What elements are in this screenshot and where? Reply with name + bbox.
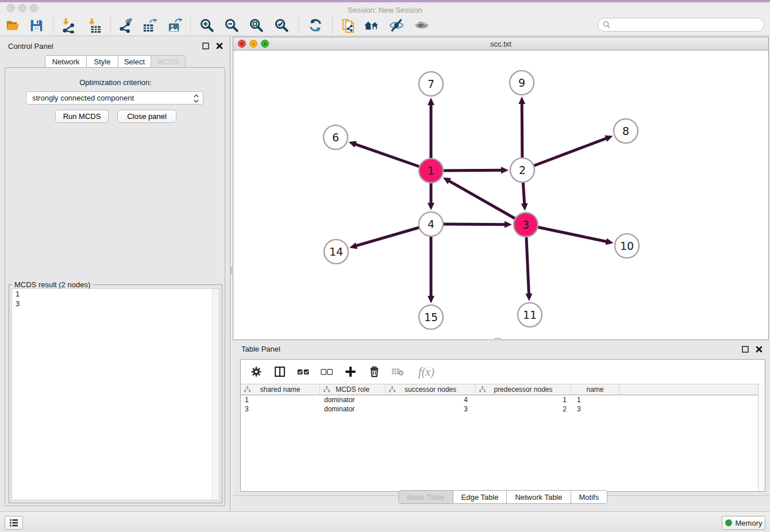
node-table-container: f(x) shared name MCDS role successor nod… xyxy=(240,359,765,492)
close-panel-icon[interactable] xyxy=(216,43,223,49)
column-tree-icon xyxy=(244,386,251,395)
hide-selected-button[interactable] xyxy=(388,17,405,33)
graph-edge-3-1[interactable] xyxy=(448,180,526,225)
graph-node-label: 3 xyxy=(522,218,529,231)
graph-node-label: 10 xyxy=(620,240,634,252)
import-table-button[interactable] xyxy=(86,17,102,33)
zoom-out-icon xyxy=(224,18,240,33)
hide-selected-icon xyxy=(388,18,405,33)
home-layout-button[interactable] xyxy=(364,17,380,33)
network-window-title: scc.txt xyxy=(233,40,768,48)
table-tabs: Node Table Edge Table Network Table Moti… xyxy=(398,490,607,504)
table-row[interactable]: 1 dominator 4 1 1 xyxy=(241,395,758,404)
columns-icon[interactable] xyxy=(272,364,287,379)
table-panel: Table Panel xyxy=(233,340,770,511)
tab-motifs[interactable]: Motifs xyxy=(571,490,608,504)
export-network-button[interactable] xyxy=(117,17,133,33)
column-header-shared-name[interactable]: shared name xyxy=(241,384,320,395)
network-canvas[interactable]: 7968124314101511 xyxy=(233,51,768,340)
memory-button[interactable]: Memory xyxy=(722,516,765,530)
window-title: Session: New Session xyxy=(0,6,770,14)
import-network-icon xyxy=(60,18,76,33)
search-field[interactable] xyxy=(598,18,764,32)
tab-network-table[interactable]: Network Table xyxy=(507,490,571,504)
save-session-button[interactable] xyxy=(28,17,44,33)
column-header-successor-nodes[interactable]: successor nodes xyxy=(386,384,476,395)
export-image-button[interactable] xyxy=(167,17,183,33)
export-network-icon xyxy=(118,18,133,33)
mcds-result-title: MCDS result (2 nodes) xyxy=(12,280,93,289)
function-builder-icon: f(x) xyxy=(414,364,439,379)
tab-node-table[interactable]: Node Table xyxy=(398,490,453,504)
search-input[interactable] xyxy=(614,21,764,29)
toolbar-separator xyxy=(190,17,191,34)
task-history-button[interactable] xyxy=(5,516,23,530)
mcds-result-group: MCDS result (2 nodes) 1 3 xyxy=(9,284,222,503)
graph-node-label: 4 xyxy=(428,218,434,230)
refresh-button[interactable] xyxy=(307,17,324,33)
graph-edge-arrowhead xyxy=(501,167,509,174)
column-header-mcds-role[interactable]: MCDS role xyxy=(320,384,386,395)
table-scrollbar[interactable] xyxy=(758,384,765,491)
show-all-icon xyxy=(414,18,430,33)
control-panel: Control Panel Network Style Select MCDS … xyxy=(0,36,230,511)
network-canvas-svg: 7968124314101511 xyxy=(233,51,768,340)
column-header-filler xyxy=(619,384,758,395)
graph-edge-2-8[interactable] xyxy=(522,138,607,170)
open-file-icon xyxy=(5,18,20,33)
zoom-in-button[interactable] xyxy=(199,17,215,33)
show-all-button[interactable] xyxy=(414,17,430,33)
select-chevrons-icon xyxy=(193,94,199,105)
export-table-button[interactable] xyxy=(142,17,158,33)
clone-network-button[interactable] xyxy=(339,17,355,33)
zoom-fit-button[interactable] xyxy=(248,17,264,33)
graph-edge-arrowhead xyxy=(525,294,532,301)
criterion-select[interactable]: strongly connected component xyxy=(26,91,203,105)
home-layout-icon xyxy=(364,18,380,33)
toolbar-separator xyxy=(332,17,333,34)
column-header-name[interactable]: name xyxy=(571,384,619,395)
add-column-icon[interactable] xyxy=(343,364,358,379)
gear-icon[interactable] xyxy=(249,364,264,379)
mcds-result-list[interactable]: 1 3 xyxy=(11,288,220,500)
vertical-splitter-handle[interactable] xyxy=(230,267,232,274)
zoom-fit-icon xyxy=(249,18,264,33)
deselect-all-icon[interactable] xyxy=(319,364,334,379)
close-table-panel-icon[interactable] xyxy=(756,346,763,353)
import-network-button[interactable] xyxy=(60,17,76,33)
zoom-selected-icon xyxy=(274,18,290,33)
graph-edge-arrowhead xyxy=(349,141,357,148)
result-scrollbar[interactable] xyxy=(212,289,219,500)
tab-edge-table[interactable]: Edge Table xyxy=(453,490,507,504)
tab-style[interactable]: Style xyxy=(86,55,118,67)
mcds-panel: Optimization criterion: strongly connect… xyxy=(5,67,225,506)
open-file-button[interactable] xyxy=(5,17,21,33)
toolbar-separator xyxy=(299,17,299,34)
network-view-window: ✕ − + scc.txt 7968124314101511 xyxy=(233,37,769,340)
table-row[interactable]: 3 dominator 3 2 3 xyxy=(241,404,758,414)
tab-mcds[interactable]: MCDS xyxy=(151,55,186,67)
main-toolbar xyxy=(0,14,770,36)
float-table-panel-icon[interactable] xyxy=(742,346,749,353)
graph-edge-arrowhead xyxy=(518,97,525,104)
select-all-icon[interactable] xyxy=(296,364,311,379)
graph-node-label: 15 xyxy=(424,311,438,323)
network-window-titlebar[interactable]: ✕ − + scc.txt xyxy=(233,37,768,51)
tab-select[interactable]: Select xyxy=(118,55,151,67)
float-panel-icon[interactable] xyxy=(202,43,209,49)
delete-column-icon[interactable] xyxy=(367,364,382,379)
status-bar: Memory xyxy=(0,511,770,532)
close-panel-button[interactable]: Close panel xyxy=(117,110,176,123)
clone-network-icon xyxy=(340,18,355,33)
column-header-predecessor-nodes[interactable]: predecessor nodes xyxy=(476,384,571,395)
graph-edge-arrowhead xyxy=(605,135,613,141)
zoom-out-button[interactable] xyxy=(224,17,240,33)
export-image-icon xyxy=(168,18,183,33)
zoom-selected-button[interactable] xyxy=(274,17,290,33)
control-panel-title: Control Panel xyxy=(8,42,53,51)
graph-edge-arrowhead xyxy=(349,242,357,249)
mcds-result-item: 1 xyxy=(12,289,219,299)
run-mcds-button[interactable]: Run MCDS xyxy=(55,110,109,123)
tab-network[interactable]: Network xyxy=(45,55,87,67)
graph-edge-arrowhead xyxy=(428,296,434,303)
